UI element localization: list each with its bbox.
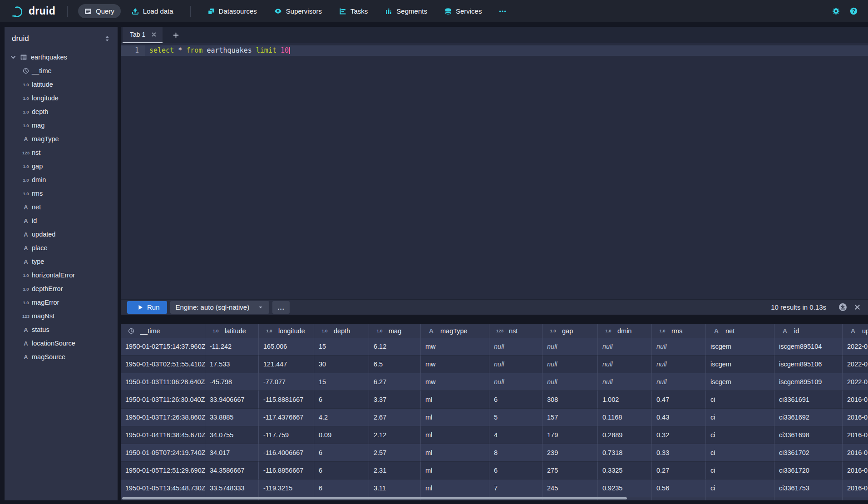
horizontal-scrollbar[interactable]: [122, 497, 627, 499]
table-cell[interactable]: ci: [706, 409, 774, 426]
table-cell[interactable]: null: [652, 356, 706, 373]
table-cell[interactable]: -11.242: [205, 338, 259, 356]
table-cell[interactable]: 33.9406667: [205, 391, 259, 409]
schema-column-mag[interactable]: 1.0mag: [5, 119, 118, 132]
query-more-button[interactable]: ...: [272, 301, 290, 314]
schema-column-magType[interactable]: AmagType: [5, 132, 118, 146]
schema-column-horizontalError[interactable]: 1.0horizontalError: [5, 268, 118, 282]
table-cell[interactable]: 1950-01-02T15:14:37.960Z: [121, 338, 205, 356]
column-header-latitude[interactable]: 1.0latitude: [205, 324, 259, 338]
download-icon[interactable]: [838, 303, 847, 311]
table-cell[interactable]: 2022-0: [843, 338, 868, 356]
table-cell[interactable]: 2022-0: [843, 356, 868, 373]
table-cell[interactable]: ci: [706, 444, 774, 462]
table-cell[interactable]: ci3361702: [774, 444, 843, 462]
table-cell[interactable]: iscgem895104: [774, 338, 843, 356]
column-header-__time[interactable]: __time: [121, 324, 205, 338]
table-cell[interactable]: 2022-0: [843, 373, 868, 391]
schema-column-type[interactable]: Atype: [5, 255, 118, 268]
column-header-mag[interactable]: 1.0mag: [369, 324, 421, 338]
table-cell[interactable]: 275: [542, 462, 598, 479]
table-cell[interactable]: 245: [542, 479, 598, 497]
column-header-gap[interactable]: 1.0gap: [542, 324, 598, 338]
table-cell[interactable]: 2016-0: [843, 462, 868, 479]
table-cell[interactable]: mw: [421, 373, 489, 391]
table-cell[interactable]: ci: [706, 479, 774, 497]
table-cell[interactable]: 3.11: [369, 479, 421, 497]
table-cell[interactable]: 0.9235: [598, 479, 652, 497]
table-cell[interactable]: 1950-01-05T07:24:19.740Z: [121, 444, 205, 462]
table-cell[interactable]: 33.5748333: [205, 479, 259, 497]
nav-item-segments[interactable]: Segments: [379, 4, 434, 18]
table-cell[interactable]: 15: [314, 338, 369, 356]
table-cell[interactable]: 1950-01-03T17:26:38.860Z: [121, 409, 205, 426]
table-cell[interactable]: ci3361753: [774, 479, 843, 497]
table-cell[interactable]: 1950-01-03T11:26:30.040Z: [121, 391, 205, 409]
table-cell[interactable]: 5: [489, 409, 542, 426]
table-cell[interactable]: 165.006: [259, 338, 314, 356]
table-cell[interactable]: 0.3325: [598, 462, 652, 479]
table-cell[interactable]: ml: [421, 462, 489, 479]
table-cell[interactable]: 121.447: [259, 356, 314, 373]
close-icon[interactable]: [151, 31, 157, 38]
table-cell[interactable]: 6: [314, 391, 369, 409]
table-cell[interactable]: 2016-0: [843, 426, 868, 444]
table-cell[interactable]: null: [598, 356, 652, 373]
column-header-longitude[interactable]: 1.0longitude: [259, 324, 314, 338]
table-cell[interactable]: -115.8881667: [259, 391, 314, 409]
run-button[interactable]: Run: [127, 301, 167, 314]
nav-item-datasources[interactable]: Datasources: [201, 4, 263, 18]
schema-column-rms[interactable]: 1.0rms: [5, 187, 118, 200]
table-cell[interactable]: ci: [706, 391, 774, 409]
table-cell[interactable]: -116.8856667: [259, 462, 314, 479]
table-cell[interactable]: 0.56: [652, 479, 706, 497]
table-cell[interactable]: 6: [314, 444, 369, 462]
schema-column-__time[interactable]: __time: [5, 64, 118, 78]
nav-item-query[interactable]: Query: [78, 4, 121, 18]
close-results-icon[interactable]: [854, 304, 861, 311]
table-cell[interactable]: 2.12: [369, 426, 421, 444]
schema-column-magSource[interactable]: AmagSource: [5, 350, 118, 364]
table-cell[interactable]: 2016-0: [843, 444, 868, 462]
table-cell[interactable]: 2.67: [369, 409, 421, 426]
nav-item-load-data[interactable]: Load data: [125, 4, 180, 18]
tab-tab-1[interactable]: Tab 1: [123, 27, 163, 43]
schema-column-magError[interactable]: 1.0magError: [5, 296, 118, 309]
table-cell[interactable]: 2.31: [369, 462, 421, 479]
table-cell[interactable]: 0.09: [314, 426, 369, 444]
table-cell[interactable]: 0.7318: [598, 444, 652, 462]
table-cell[interactable]: null: [489, 338, 542, 356]
table-cell[interactable]: null: [542, 373, 598, 391]
table-cell[interactable]: 34.017: [205, 444, 259, 462]
table-cell[interactable]: 2016-0: [843, 391, 868, 409]
table-cell[interactable]: 1.002: [598, 391, 652, 409]
add-tab-button[interactable]: [168, 27, 184, 43]
table-cell[interactable]: iscgem895109: [774, 373, 843, 391]
schema-column-status[interactable]: Astatus: [5, 323, 118, 336]
schema-column-net[interactable]: Anet: [5, 200, 118, 214]
table-cell[interactable]: ci: [706, 462, 774, 479]
table-cell[interactable]: ci: [706, 426, 774, 444]
help-icon[interactable]: ?: [849, 7, 858, 15]
table-cell[interactable]: 0.43: [652, 409, 706, 426]
table-cell[interactable]: 1950-01-03T02:51:55.410Z: [121, 356, 205, 373]
table-cell[interactable]: 0.47: [652, 391, 706, 409]
table-cell[interactable]: 0.32: [652, 426, 706, 444]
table-cell[interactable]: -77.077: [259, 373, 314, 391]
table-cell[interactable]: -45.798: [205, 373, 259, 391]
schema-column-magNst[interactable]: 123magNst: [5, 309, 118, 323]
table-cell[interactable]: null: [542, 356, 598, 373]
table-cell[interactable]: ml: [421, 391, 489, 409]
table-cell[interactable]: 17.533: [205, 356, 259, 373]
nav-item-supervisors[interactable]: Supervisors: [268, 4, 328, 18]
table-cell[interactable]: 2.57: [369, 444, 421, 462]
editor-line-1[interactable]: 1 select * from earthquakes limit 10: [121, 45, 868, 56]
schema-column-depth[interactable]: 1.0depth: [5, 105, 118, 119]
table-cell[interactable]: 7: [489, 479, 542, 497]
table-cell[interactable]: null: [598, 338, 652, 356]
table-cell[interactable]: -117.4376667: [259, 409, 314, 426]
nav-item-tasks[interactable]: Tasks: [333, 4, 374, 18]
table-cell[interactable]: ml: [421, 426, 489, 444]
table-cell[interactable]: iscgem: [706, 338, 774, 356]
table-cell[interactable]: ci3361720: [774, 462, 843, 479]
